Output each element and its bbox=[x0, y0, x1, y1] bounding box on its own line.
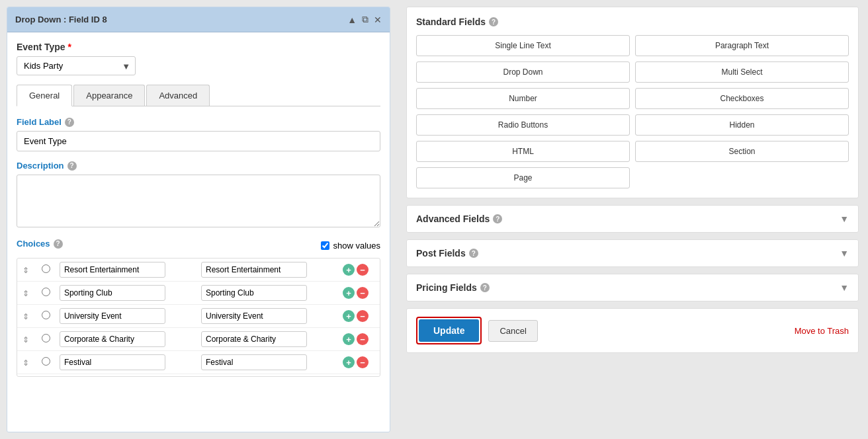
pricing-fields-chevron-icon: ▼ bbox=[840, 282, 849, 293]
tab-advanced[interactable]: Advanced bbox=[146, 85, 210, 106]
choice-remove-btn[interactable]: − bbox=[357, 333, 369, 345]
show-values-label[interactable]: show values bbox=[321, 241, 380, 251]
panel-header: Drop Down : Field ID 8 ▲ ⧉ ✕ bbox=[7, 7, 390, 32]
choice-row: ⇕ + − bbox=[17, 305, 380, 328]
choices-table: ⇕ + − ⇕ bbox=[17, 259, 380, 377]
choice-row: ⇕ + − bbox=[17, 328, 380, 351]
close-icon[interactable]: ✕ bbox=[374, 15, 382, 25]
drag-handle-icon[interactable]: ⇕ bbox=[20, 358, 32, 368]
description-help-icon[interactable]: ? bbox=[67, 161, 77, 171]
panel-title: Drop Down : Field ID 8 bbox=[15, 15, 107, 24]
choice-radio[interactable] bbox=[42, 334, 50, 342]
choices-table-wrapper: ⇕ + − ⇕ bbox=[17, 258, 380, 377]
choice-actions: + − bbox=[343, 310, 377, 322]
tabs-container: General Appearance Advanced bbox=[17, 85, 380, 106]
hidden-btn[interactable]: Hidden bbox=[635, 114, 849, 136]
drag-handle-icon[interactable]: ⇕ bbox=[20, 335, 32, 344]
panel-header-actions: ▲ ⧉ ✕ bbox=[347, 14, 382, 25]
choice-radio[interactable] bbox=[42, 311, 50, 319]
choice-remove-btn[interactable]: − bbox=[357, 264, 369, 276]
choice-remove-btn[interactable]: − bbox=[357, 356, 369, 368]
standard-fields-help-icon[interactable]: ? bbox=[489, 17, 498, 26]
standard-fields-title: Standard Fields ? bbox=[416, 17, 849, 27]
paragraph-text-btn[interactable]: Paragraph Text bbox=[635, 35, 849, 56]
update-btn[interactable]: Update bbox=[419, 319, 479, 342]
choice-label-input[interactable] bbox=[60, 262, 165, 278]
copy-icon[interactable]: ⧉ bbox=[362, 14, 369, 25]
choice-remove-btn[interactable]: − bbox=[357, 310, 369, 322]
description-input[interactable] bbox=[17, 175, 380, 227]
choice-actions: + − bbox=[343, 356, 377, 368]
choice-label-input[interactable] bbox=[60, 354, 165, 370]
choice-row: ⇕ + − bbox=[17, 374, 380, 378]
advanced-fields-section[interactable]: Advanced Fields ? ▼ bbox=[406, 205, 859, 233]
choice-add-btn[interactable]: + bbox=[343, 287, 355, 299]
choices-header: Choices ? show values bbox=[17, 239, 380, 253]
choice-radio[interactable] bbox=[42, 288, 50, 296]
pricing-fields-title: Pricing Fields ? bbox=[416, 282, 490, 293]
show-values-checkbox[interactable] bbox=[321, 241, 329, 250]
choice-add-btn[interactable]: + bbox=[343, 333, 355, 345]
advanced-fields-chevron-icon: ▼ bbox=[840, 214, 849, 224]
pricing-fields-section[interactable]: Pricing Fields ? ▼ bbox=[406, 274, 859, 301]
left-panel: Drop Down : Field ID 8 ▲ ⧉ ✕ Event Type … bbox=[7, 7, 390, 432]
checkboxes-btn[interactable]: Checkboxes bbox=[635, 88, 849, 109]
post-fields-chevron-icon: ▼ bbox=[840, 248, 849, 259]
drag-handle-icon[interactable]: ⇕ bbox=[20, 312, 32, 321]
field-label-section: Field Label ? bbox=[17, 117, 380, 127]
choice-actions: + − bbox=[343, 287, 377, 299]
choice-value-input[interactable] bbox=[201, 262, 307, 278]
radio-buttons-btn[interactable]: Radio Buttons bbox=[416, 114, 630, 136]
standard-fields-grid: Single Line Text Paragraph Text Drop Dow… bbox=[416, 35, 849, 188]
choice-actions: + − bbox=[343, 333, 377, 345]
choice-remove-btn[interactable]: − bbox=[357, 287, 369, 299]
choice-actions: + − bbox=[343, 264, 377, 276]
single-line-text-btn[interactable]: Single Line Text bbox=[416, 35, 630, 56]
update-btn-wrapper: Update bbox=[416, 317, 482, 344]
section-btn[interactable]: Section bbox=[635, 141, 849, 162]
choice-row: ⇕ + − bbox=[17, 351, 380, 374]
advanced-fields-title: Advanced Fields ? bbox=[416, 214, 502, 224]
choice-value-input[interactable] bbox=[201, 308, 307, 324]
right-panel: Standard Fields ? Single Line Text Parag… bbox=[397, 0, 868, 439]
tab-general[interactable]: General bbox=[17, 85, 72, 106]
choice-radio[interactable] bbox=[42, 264, 50, 273]
choice-label-input[interactable] bbox=[60, 331, 165, 347]
html-btn[interactable]: HTML bbox=[416, 141, 630, 162]
field-label-help-icon[interactable]: ? bbox=[65, 118, 74, 127]
move-to-trash-link[interactable]: Move to Trash bbox=[795, 326, 849, 336]
bottom-actions: Update Cancel Move to Trash bbox=[406, 308, 859, 353]
choice-label-input[interactable] bbox=[60, 285, 165, 301]
post-fields-help-icon[interactable]: ? bbox=[469, 249, 478, 258]
minimize-icon[interactable]: ▲ bbox=[347, 15, 357, 25]
cancel-btn[interactable]: Cancel bbox=[488, 320, 537, 342]
choice-value-input[interactable] bbox=[201, 354, 307, 370]
choice-add-btn[interactable]: + bbox=[343, 264, 355, 276]
required-star: * bbox=[68, 42, 71, 52]
choice-add-btn[interactable]: + bbox=[343, 310, 355, 322]
choice-radio[interactable] bbox=[42, 357, 50, 366]
standard-fields-section: Standard Fields ? Single Line Text Parag… bbox=[406, 7, 859, 198]
post-fields-section[interactable]: Post Fields ? ▼ bbox=[406, 239, 859, 267]
choice-add-btn[interactable]: + bbox=[343, 356, 355, 368]
drop-down-btn[interactable]: Drop Down bbox=[416, 61, 630, 83]
pricing-fields-help-icon[interactable]: ? bbox=[480, 283, 490, 292]
event-type-select-wrapper: Kids Party Resort Entertainment Sporting… bbox=[17, 56, 136, 75]
choice-row: ⇕ + − bbox=[17, 259, 380, 282]
choice-value-input[interactable] bbox=[201, 285, 307, 301]
post-fields-title: Post Fields ? bbox=[416, 248, 478, 259]
page-btn[interactable]: Page bbox=[416, 167, 630, 188]
field-label-input[interactable] bbox=[17, 131, 380, 151]
number-btn[interactable]: Number bbox=[416, 88, 630, 109]
event-type-select[interactable]: Kids Party Resort Entertainment Sporting… bbox=[17, 56, 136, 75]
choices-help-icon[interactable]: ? bbox=[54, 239, 63, 249]
advanced-fields-help-icon[interactable]: ? bbox=[493, 214, 502, 223]
event-type-label: Event Type * bbox=[17, 42, 380, 52]
drag-handle-icon[interactable]: ⇕ bbox=[20, 266, 32, 275]
drag-handle-icon[interactable]: ⇕ bbox=[20, 289, 32, 298]
choice-label-input[interactable] bbox=[60, 308, 165, 324]
choice-value-input[interactable] bbox=[201, 331, 307, 347]
description-section-label: Description ? bbox=[17, 161, 380, 171]
tab-appearance[interactable]: Appearance bbox=[73, 85, 145, 106]
multi-select-btn[interactable]: Multi Select bbox=[635, 61, 849, 83]
